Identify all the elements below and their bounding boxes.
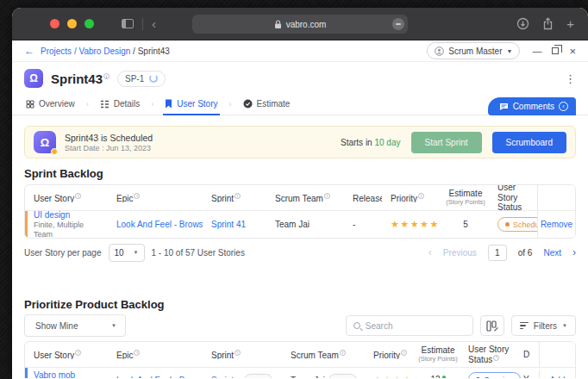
starts-in-text: Starts in 10 day bbox=[341, 138, 401, 147]
sprint-app-icon: Ω bbox=[24, 69, 43, 88]
scrumboard-button[interactable]: Scrumboard bbox=[492, 132, 566, 153]
search-input[interactable] bbox=[366, 321, 466, 331]
col-user-story[interactable]: User Story bbox=[25, 350, 108, 360]
info-icon bbox=[75, 193, 81, 199]
status-cell[interactable]: Ongoing bbox=[460, 372, 522, 378]
show-mine-select[interactable]: Show Mine ▼ bbox=[24, 314, 126, 337]
kebab-menu-icon[interactable]: ⋮ bbox=[565, 72, 576, 85]
chevron-down-icon: ▼ bbox=[134, 250, 139, 255]
col-status[interactable]: User Story Status bbox=[460, 345, 522, 364]
more-sprints-badge[interactable]: +2▼ bbox=[244, 374, 272, 378]
comments-button[interactable]: Comments ‹ bbox=[488, 97, 576, 115]
col-release[interactable]: Release bbox=[344, 193, 382, 203]
share-icon[interactable] bbox=[542, 17, 554, 30]
action-cell: Remove bbox=[537, 211, 575, 238]
priority-stars[interactable]: ★★★★★ bbox=[382, 219, 442, 230]
downloads-icon[interactable] bbox=[516, 17, 529, 30]
tab-user-story[interactable]: User Story bbox=[163, 93, 219, 115]
minimize-icon[interactable]: — bbox=[532, 46, 541, 56]
epic-link[interactable]: Look And Feel - Browser V2 bbox=[108, 376, 203, 378]
user-story-cell[interactable]: Vabro mob design▼ Recurring, Multiple Te… bbox=[25, 370, 108, 378]
status-dot-icon bbox=[505, 222, 510, 227]
col-scrum-team[interactable]: Scrum Team bbox=[266, 193, 344, 203]
comment-icon bbox=[499, 103, 509, 111]
restore-icon[interactable] bbox=[552, 47, 559, 54]
list-icon bbox=[100, 100, 109, 109]
pagination-bar: User Story per page 10 ▼ 1 - 10 of 57 Us… bbox=[24, 243, 576, 262]
page-title-row: Ω Sprint43 SP-1 ⋮ bbox=[24, 66, 576, 90]
add-link[interactable]: Add bbox=[550, 376, 566, 378]
scrum-team-cell[interactable]: Team Jai+2▼ bbox=[282, 374, 365, 378]
start-sprint-button[interactable]: Start Sprint bbox=[411, 132, 482, 153]
browser-window: ‹ vabro.com + bbox=[12, 8, 588, 379]
browser-url-bar[interactable]: vabro.com bbox=[192, 15, 408, 34]
filters-button[interactable]: Filters ▼ bbox=[511, 315, 576, 336]
close-icon[interactable]: × bbox=[569, 46, 576, 57]
sprint-link[interactable]: Sprint 41 bbox=[203, 220, 266, 229]
scrum-team-cell: Team Jai bbox=[266, 220, 344, 229]
tab-estimate-label: Estimate bbox=[257, 99, 291, 109]
tab-estimate[interactable]: Estimate bbox=[241, 93, 292, 115]
col-priority[interactable]: Priority bbox=[365, 350, 416, 360]
minimize-traffic-light[interactable] bbox=[67, 19, 77, 28]
col-sprint[interactable]: Sprint bbox=[203, 193, 266, 203]
col-user-story[interactable]: User Story bbox=[25, 193, 108, 203]
estimate-cell: 5 bbox=[442, 220, 489, 229]
col-sprint[interactable]: Sprint bbox=[203, 350, 282, 360]
more-teams-badge[interactable]: +2▼ bbox=[328, 374, 357, 378]
info-icon bbox=[418, 193, 424, 199]
estimate-circle-icon bbox=[243, 99, 253, 109]
edit-columns-button[interactable] bbox=[480, 315, 504, 336]
info-icon bbox=[103, 73, 109, 79]
starts-in-value: 10 day bbox=[374, 138, 400, 147]
col-estimate[interactable]: Estimate(Story Points) bbox=[442, 189, 489, 206]
action-cell: Add bbox=[539, 370, 575, 378]
sprint-id-badge[interactable]: SP-1 bbox=[117, 71, 166, 87]
per-page-select[interactable]: 10 ▼ bbox=[109, 244, 145, 262]
search-icon bbox=[353, 322, 360, 329]
info-icon bbox=[134, 350, 140, 356]
col-epic[interactable]: Epic bbox=[108, 193, 203, 203]
chevron-right-icon: › bbox=[86, 100, 89, 109]
back-arrow-icon[interactable]: ← bbox=[24, 45, 34, 57]
sprint-backlog-heading: Sprint Backlog bbox=[24, 167, 576, 180]
col-d[interactable]: D bbox=[522, 350, 539, 359]
breadcrumb-links[interactable]: Projects / Vabro Design bbox=[41, 47, 130, 56]
user-story-cell[interactable]: UI design Finite, Multiple Team bbox=[25, 210, 108, 239]
page-number-input[interactable] bbox=[488, 245, 507, 261]
close-traffic-light[interactable] bbox=[50, 19, 59, 28]
sprint-cell[interactable]: Sprint ..+2▼ bbox=[203, 374, 282, 378]
tab-details[interactable]: Details bbox=[98, 93, 142, 115]
info-icon bbox=[340, 350, 346, 356]
new-tab-icon[interactable]: + bbox=[566, 17, 574, 30]
priority-stars[interactable]: ★★★★★ bbox=[365, 375, 416, 378]
tab-overview[interactable]: Overview bbox=[24, 93, 77, 115]
prev-chevron-icon[interactable]: ‹ bbox=[428, 246, 432, 258]
next-chevron-icon[interactable]: › bbox=[572, 246, 576, 258]
page-settings-icon[interactable] bbox=[392, 18, 404, 30]
zoom-traffic-light[interactable] bbox=[84, 19, 94, 28]
tab-overview-label: Overview bbox=[39, 99, 75, 109]
chevron-right-icon: › bbox=[151, 100, 153, 109]
next-link[interactable]: Next bbox=[543, 248, 561, 258]
screenshot-root: ‹ vabro.com + bbox=[0, 0, 588, 379]
role-selector[interactable]: Scrum Master ▼ bbox=[427, 42, 520, 59]
browser-back-icon[interactable]: ‹ bbox=[152, 17, 156, 30]
previous-link[interactable]: Previous bbox=[443, 248, 477, 258]
col-scrum-team[interactable]: Scrum Team bbox=[282, 350, 365, 360]
chevron-down-icon: ▼ bbox=[261, 378, 266, 379]
col-status[interactable]: User Story Status bbox=[489, 184, 537, 213]
pagination-summary: 1 - 10 of 57 User Stories bbox=[152, 248, 245, 258]
col-priority[interactable]: Priority bbox=[382, 193, 442, 203]
chevron-down-icon: ▼ bbox=[562, 323, 567, 328]
col-estimate[interactable]: Estimate(Story Points) bbox=[416, 345, 460, 363]
filter-icon bbox=[520, 322, 529, 329]
sprint-banner-icon: Ω bbox=[34, 131, 56, 153]
col-epic[interactable]: Epic bbox=[108, 350, 203, 360]
epic-link[interactable]: Look And Feel - Browser V2 bbox=[108, 220, 203, 229]
remove-link[interactable]: Remove bbox=[541, 220, 572, 229]
browser-titlebar: ‹ vabro.com + bbox=[12, 8, 588, 40]
status-cell[interactable]: Scheduled bbox=[489, 217, 537, 232]
release-cell: - bbox=[344, 220, 382, 229]
sidebar-toggle-icon[interactable] bbox=[122, 19, 134, 28]
